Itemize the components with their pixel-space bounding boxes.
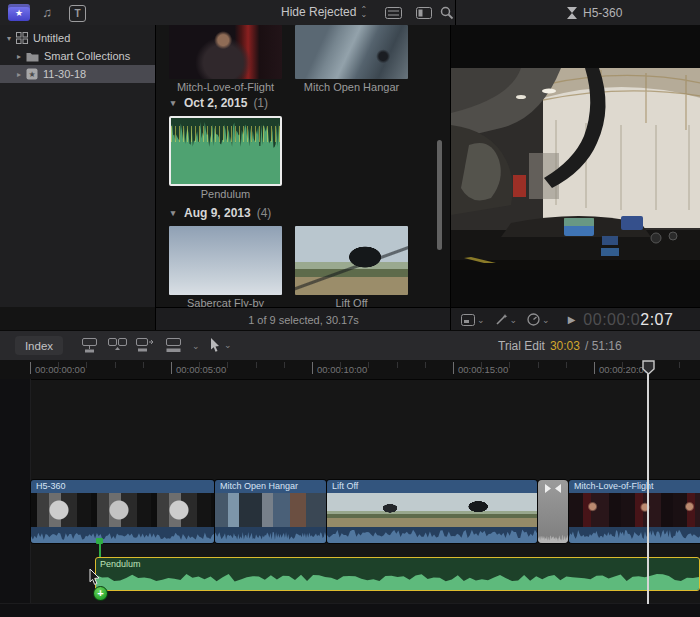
updown-chevron-icon: ⌃⌄	[360, 7, 367, 17]
clip-filmstrip	[327, 493, 537, 527]
search-icon[interactable]	[440, 6, 454, 20]
timeline-clip-h5-360[interactable]: H5-360	[31, 480, 214, 543]
browser-clip-pendulum-selected[interactable]	[169, 116, 282, 186]
event-star-icon: ★	[26, 68, 38, 80]
play-button[interactable]: ▶	[568, 314, 576, 325]
overwrite-edit-icon[interactable]	[164, 338, 183, 353]
browser-clip-sabercat[interactable]	[169, 226, 282, 295]
ruler-tick	[538, 362, 539, 368]
libraries-tab[interactable]: ★	[8, 4, 30, 21]
ruler-tick	[284, 362, 285, 368]
retime-menu[interactable]: ⌄	[527, 313, 550, 326]
timeline-clip-mitch-hangar[interactable]: Mitch Open Hangar	[215, 480, 326, 543]
ruler-tick	[481, 362, 482, 368]
viewer-video-360[interactable]	[451, 25, 700, 307]
date-group-header[interactable]: ▾ Aug 9, 2013 (4)	[168, 206, 271, 220]
photos-audio-tab[interactable]: ♫	[38, 4, 56, 21]
timeline-clip-mitch-love[interactable]: Mitch-Love-of-Flight	[569, 480, 700, 543]
360-viewer-icon[interactable]	[566, 6, 578, 20]
clip-audio-waveform	[31, 527, 214, 543]
disclosure-open-icon[interactable]: ▾	[4, 34, 14, 43]
sidebar-item-label: 11-30-18	[43, 68, 86, 80]
disclosure-closed-icon[interactable]: ▸	[14, 52, 24, 61]
tool-selector[interactable]: ⌄	[210, 338, 232, 352]
clip-audio-waveform	[96, 571, 699, 590]
ruler-tick	[115, 362, 116, 368]
timeline-clip-pendulum-selected[interactable]: Pendulum	[95, 557, 700, 591]
clip-appearance-icon[interactable]	[385, 7, 402, 19]
titles-generators-tab[interactable]: T	[69, 5, 86, 22]
connect-edit-icon[interactable]	[80, 338, 99, 353]
index-button[interactable]: Index	[15, 336, 63, 355]
cross-dissolve-icon	[545, 484, 561, 493]
chevron-down-icon: ⌄	[224, 340, 232, 350]
clip-name: Pendulum	[96, 558, 699, 570]
transition-waveform	[538, 529, 568, 543]
clip-label: Mitch-Love-of-Flight	[169, 81, 282, 93]
ruler-tick	[340, 362, 341, 368]
timecode-dim: 00:00:0	[583, 311, 640, 328]
browser-clip-mitch-hangar[interactable]	[295, 25, 408, 79]
viewer-panel[interactable]	[450, 25, 700, 307]
append-edit-icon[interactable]	[136, 338, 155, 353]
clip-audio-waveform	[327, 527, 537, 543]
disclosure-open-icon[interactable]: ▾	[168, 98, 178, 108]
ruler-tick	[86, 362, 87, 368]
viewer-controls: ⌄ ⌄ ⌄ ▶ 00:00:02:07	[450, 307, 700, 331]
enhancements-menu[interactable]: ⌄	[495, 313, 518, 326]
titles-icon: T	[74, 8, 80, 19]
sidebar-item-smart-collections[interactable]: ▸ Smart Collections	[0, 47, 155, 65]
browser-scrollbar[interactable]	[437, 140, 442, 250]
ruler-tick	[622, 362, 623, 368]
viewer-title: H5-360	[583, 6, 622, 20]
group-count: (1)	[253, 96, 268, 110]
clip-name: Mitch-Love-of-Flight	[569, 480, 700, 493]
ruler-timecode-label: 00:00:05:00	[176, 364, 226, 375]
svg-text:★: ★	[28, 70, 35, 79]
clip-filmstrip	[31, 493, 214, 527]
ruler-tick	[30, 362, 31, 374]
playhead-head[interactable]	[642, 360, 655, 375]
clip-label: Pendulum	[169, 188, 282, 200]
libraries-sidebar: ▾ Untitled ▸ Smart Collections ▸ ★ 11-30…	[0, 25, 155, 307]
browser-clip-liftoff[interactable]	[295, 226, 408, 295]
disclosure-closed-icon[interactable]: ▸	[14, 70, 24, 79]
chevron-down-icon[interactable]: ⌄	[192, 341, 200, 351]
folder-icon	[26, 51, 39, 62]
sidebar-item-label: Untitled	[33, 32, 70, 44]
insert-edit-icon[interactable]	[108, 338, 127, 353]
group-count: (4)	[257, 206, 272, 220]
add-connect-badge: +	[93, 586, 108, 601]
playhead-line[interactable]	[647, 361, 649, 604]
timeline-left-gutter	[0, 379, 31, 603]
view-options-menu[interactable]: ⌄	[461, 314, 485, 326]
ruler-tick	[312, 362, 313, 374]
filter-dropdown[interactable]: Hide Rejected ⌃⌄	[281, 5, 367, 19]
clip-name: H5-360	[31, 480, 214, 493]
browser-clip-mitch-love[interactable]	[169, 25, 282, 79]
timeline-clip-liftoff[interactable]: Lift Off	[327, 480, 537, 543]
ruler-tick	[58, 362, 59, 368]
pointer-tool-icon	[210, 338, 221, 352]
index-label: Index	[25, 340, 53, 352]
selection-status: 1 of 9 selected, 30.17s	[248, 314, 359, 326]
disclosure-open-icon[interactable]: ▾	[168, 208, 178, 218]
keyword-grid-icon	[16, 32, 28, 44]
timeline-bottom-bar[interactable]	[0, 603, 700, 617]
browser-view-icon[interactable]	[416, 7, 432, 19]
date-group-header[interactable]: ▾ Oct 2, 2015 (1)	[168, 96, 268, 110]
sidebar-item-event[interactable]: ▸ ★ 11-30-18	[0, 65, 155, 83]
view-options-icon	[461, 314, 475, 326]
sidebar-item-untitled[interactable]: ▾ Untitled	[0, 29, 155, 47]
timeline-panel: 00:00:00:0000:00:05:0000:00:10:0000:00:1…	[0, 360, 700, 617]
fcpx-window: ★ ♫ T Hide Rejected ⌃⌄	[0, 0, 700, 617]
clip-name: Mitch Open Hangar	[215, 480, 326, 493]
filter-label: Hide Rejected	[281, 5, 356, 19]
timeline-transition[interactable]	[538, 480, 568, 543]
project-position[interactable]: 30:03	[550, 339, 580, 353]
clip-name: Lift Off	[327, 480, 537, 493]
timeline-ruler[interactable]: 00:00:00:0000:00:05:0000:00:10:0000:00:1…	[0, 360, 700, 380]
retime-gauge-icon	[527, 313, 540, 326]
group-label: Oct 2, 2015	[184, 96, 247, 110]
viewer-timecode[interactable]: 00:00:02:07	[583, 311, 673, 329]
